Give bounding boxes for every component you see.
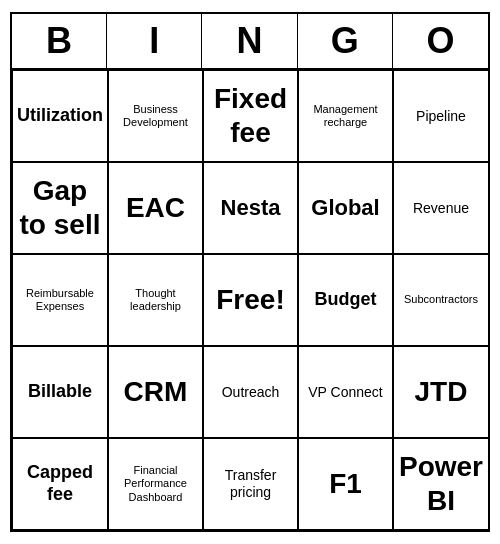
- bingo-cell-18: VP Connect: [298, 346, 393, 438]
- cell-text-21: Financial Performance Dashboard: [113, 464, 198, 504]
- bingo-cell-2: Fixed fee: [203, 70, 298, 162]
- cell-text-9: Revenue: [413, 200, 469, 217]
- cell-text-2: Fixed fee: [208, 82, 293, 149]
- bingo-card: BINGO UtilizationBusiness DevelopmentFix…: [10, 12, 490, 532]
- cell-text-24: Power BI: [398, 450, 484, 517]
- bingo-cell-10: Reimbursable Expenses: [12, 254, 108, 346]
- bingo-cell-17: Outreach: [203, 346, 298, 438]
- cell-text-14: Subcontractors: [404, 293, 478, 306]
- bingo-cell-9: Revenue: [393, 162, 488, 254]
- bingo-cell-1: Business Development: [108, 70, 203, 162]
- cell-text-10: Reimbursable Expenses: [17, 287, 103, 313]
- bingo-cell-3: Management recharge: [298, 70, 393, 162]
- cell-text-23: F1: [329, 467, 362, 501]
- bingo-header: BINGO: [12, 14, 488, 70]
- header-letter-b: B: [12, 14, 107, 68]
- bingo-cell-20: Capped fee: [12, 438, 108, 530]
- cell-text-5: Gap to sell: [17, 174, 103, 241]
- header-letter-i: I: [107, 14, 202, 68]
- cell-text-16: CRM: [124, 375, 188, 409]
- header-letter-n: N: [202, 14, 297, 68]
- bingo-cell-5: Gap to sell: [12, 162, 108, 254]
- bingo-cell-15: Billable: [12, 346, 108, 438]
- cell-text-3: Management recharge: [303, 103, 388, 129]
- cell-text-11: Thought leadership: [113, 287, 198, 313]
- cell-text-8: Global: [311, 195, 379, 221]
- cell-text-13: Budget: [315, 289, 377, 311]
- header-letter-o: O: [393, 14, 488, 68]
- cell-text-15: Billable: [28, 381, 92, 403]
- bingo-cell-4: Pipeline: [393, 70, 488, 162]
- bingo-cell-19: JTD: [393, 346, 488, 438]
- bingo-cell-0: Utilization: [12, 70, 108, 162]
- cell-text-0: Utilization: [17, 105, 103, 127]
- bingo-cell-7: Nesta: [203, 162, 298, 254]
- bingo-cell-16: CRM: [108, 346, 203, 438]
- cell-text-7: Nesta: [221, 195, 281, 221]
- cell-text-4: Pipeline: [416, 108, 466, 125]
- bingo-cell-8: Global: [298, 162, 393, 254]
- bingo-cell-11: Thought leadership: [108, 254, 203, 346]
- bingo-cell-13: Budget: [298, 254, 393, 346]
- bingo-cell-14: Subcontractors: [393, 254, 488, 346]
- bingo-cell-21: Financial Performance Dashboard: [108, 438, 203, 530]
- cell-text-19: JTD: [415, 375, 468, 409]
- bingo-grid: UtilizationBusiness DevelopmentFixed fee…: [12, 70, 488, 530]
- header-letter-g: G: [298, 14, 393, 68]
- bingo-cell-22: Transfer pricing: [203, 438, 298, 530]
- cell-text-22: Transfer pricing: [208, 467, 293, 501]
- cell-text-20: Capped fee: [17, 462, 103, 505]
- cell-text-12: Free!: [216, 283, 284, 317]
- bingo-cell-12: Free!: [203, 254, 298, 346]
- cell-text-1: Business Development: [113, 103, 198, 129]
- bingo-cell-23: F1: [298, 438, 393, 530]
- cell-text-17: Outreach: [222, 384, 280, 401]
- cell-text-6: EAC: [126, 191, 185, 225]
- bingo-cell-24: Power BI: [393, 438, 488, 530]
- bingo-cell-6: EAC: [108, 162, 203, 254]
- cell-text-18: VP Connect: [308, 384, 382, 401]
